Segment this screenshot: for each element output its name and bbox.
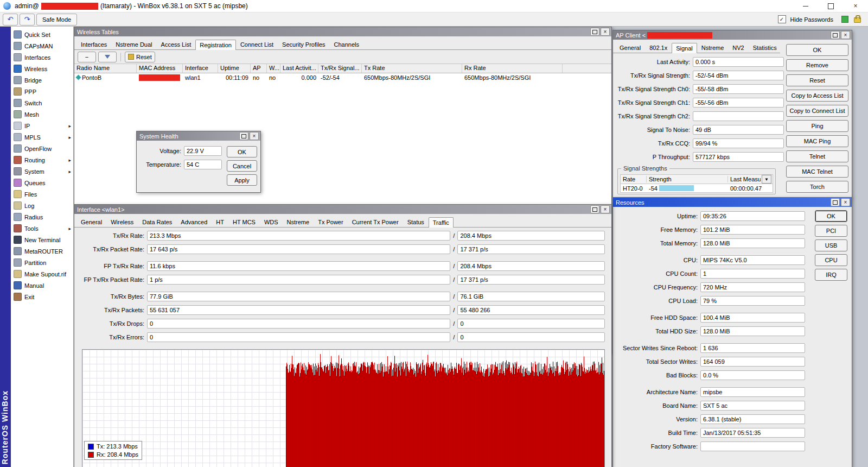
tab[interactable]: Signal: [672, 43, 697, 53]
action-button[interactable]: Torch: [786, 181, 848, 193]
maximize-icon[interactable]: [831, 31, 840, 39]
tx-value-box[interactable]: 1 p/s: [147, 275, 450, 285]
sidebar-item[interactable]: Switch: [11, 97, 73, 109]
value-box[interactable]: [693, 111, 784, 121]
sidebar-item[interactable]: Interfaces: [11, 52, 73, 63]
rx-value-box[interactable]: 208.4 Mbps: [457, 261, 605, 271]
sidebar-item[interactable]: Mesh: [11, 109, 73, 120]
action-button[interactable]: OK: [815, 210, 847, 222]
value-box[interactable]: 0.0 %: [700, 370, 805, 380]
value-box[interactable]: 99/94 %: [693, 138, 784, 148]
maximize-icon[interactable]: [590, 28, 599, 36]
temperature-value-box[interactable]: 54 C: [184, 160, 222, 169]
action-button[interactable]: Copy to Connect List: [786, 105, 848, 117]
column-header-rate[interactable]: Rate: [621, 176, 647, 182]
action-button[interactable]: Ping: [786, 120, 848, 132]
column-header[interactable]: Last Activit...: [280, 64, 318, 73]
tab[interactable]: Registration: [195, 40, 236, 50]
action-button[interactable]: MAC Ping: [786, 135, 848, 147]
column-header-last-measured[interactable]: Last Measured: [728, 176, 761, 182]
registration-table-row[interactable]: PontoB wlan1 00:11:09 no no 0.000 -52/-5…: [74, 73, 611, 81]
value-box[interactable]: 577127 kbps: [693, 152, 784, 162]
tab[interactable]: Security Profiles: [278, 39, 329, 49]
column-header[interactable]: AP: [251, 64, 267, 73]
sidebar-item[interactable]: PPP: [11, 86, 73, 97]
close-icon[interactable]: ×: [841, 31, 850, 39]
tx-value-box[interactable]: 11.6 kbps: [147, 261, 450, 271]
signal-strengths-row[interactable]: HT20-0 -54 00:00:00.47: [620, 184, 773, 193]
minimize-button[interactable]: [793, 0, 818, 12]
tx-value-box[interactable]: 77.9 GiB: [147, 292, 450, 301]
value-box[interactable]: 49 dB: [693, 125, 784, 135]
maximize-button[interactable]: [818, 0, 843, 12]
ap-client-titlebar[interactable]: AP Client < ×: [613, 30, 852, 40]
wireless-tables-titlebar[interactable]: Wireless Tables ×: [74, 27, 611, 36]
app-titlebar[interactable]: admin@ (Itamaraty) - WinBox v6.38.1 on S…: [0, 0, 868, 12]
value-box[interactable]: 0.000 s: [693, 57, 784, 67]
ok-button[interactable]: OK: [227, 146, 257, 157]
close-icon[interactable]: ×: [841, 198, 850, 206]
sidebar-item[interactable]: Radius: [11, 211, 73, 223]
action-button[interactable]: USB: [815, 239, 847, 251]
tab[interactable]: Current Tx Power: [348, 217, 403, 227]
redo-button[interactable]: ↷: [20, 14, 35, 26]
tab[interactable]: General: [615, 42, 645, 53]
tab[interactable]: Tx Power: [314, 217, 347, 227]
value-box[interactable]: 720 MHz: [700, 282, 805, 292]
action-button[interactable]: Copy to Access List: [786, 90, 848, 102]
value-box[interactable]: 1: [700, 269, 805, 279]
sidebar-item[interactable]: IP ▸: [11, 120, 73, 131]
sidebar-item[interactable]: System ▸: [11, 166, 73, 177]
action-button[interactable]: PCI: [815, 225, 847, 237]
column-header[interactable]: Rx Rate: [462, 64, 563, 73]
tab[interactable]: Traffic: [429, 217, 454, 228]
dropdown-button[interactable]: ▼: [762, 175, 771, 184]
rx-value-box[interactable]: 0: [457, 319, 605, 329]
column-header[interactable]: Uptime: [218, 64, 251, 73]
value-box[interactable]: 128.0 MiB: [700, 238, 805, 248]
column-header[interactable]: Tx Rate: [362, 64, 462, 73]
tx-value-box[interactable]: 213.3 Mbps: [147, 231, 450, 241]
rx-value-box[interactable]: 17 371 p/s: [457, 275, 605, 285]
value-box[interactable]: mipsbe: [700, 387, 805, 397]
filter-button[interactable]: [98, 52, 117, 62]
maximize-icon[interactable]: [590, 205, 599, 213]
close-icon[interactable]: ×: [250, 132, 259, 140]
apply-button[interactable]: Apply: [227, 174, 257, 186]
tx-value-box[interactable]: 17 643 p/s: [147, 244, 450, 254]
tab[interactable]: Data Rates: [138, 217, 176, 227]
tab[interactable]: Status: [403, 217, 429, 227]
sidebar-item[interactable]: Tools ▸: [11, 223, 73, 234]
interface-titlebar[interactable]: Interface <wlan1> ×: [74, 205, 611, 214]
undo-button[interactable]: ↶: [3, 14, 18, 26]
tab[interactable]: Connect List: [236, 39, 278, 49]
column-header-strength[interactable]: Strength: [647, 176, 728, 182]
value-box[interactable]: 128.0 MiB: [700, 326, 805, 336]
tab[interactable]: Nstreme Dual: [111, 39, 156, 49]
close-button[interactable]: ×: [843, 0, 868, 12]
tab[interactable]: Statistics: [749, 42, 781, 53]
action-button[interactable]: IRQ: [815, 269, 847, 281]
sidebar-item[interactable]: New Terminal: [11, 234, 73, 245]
value-box[interactable]: 101.2 MiB: [700, 225, 805, 235]
tab[interactable]: General: [76, 217, 106, 227]
rx-value-box[interactable]: 208.4 Mbps: [457, 231, 605, 241]
tab[interactable]: Interfaces: [76, 39, 111, 49]
column-header[interactable]: W...: [267, 64, 280, 73]
hide-passwords-checkbox[interactable]: ✓: [778, 15, 786, 23]
sidebar-item[interactable]: CAPsMAN: [11, 40, 73, 52]
cancel-button[interactable]: Cancel: [227, 160, 257, 172]
tab[interactable]: Advanced: [176, 217, 212, 227]
value-box[interactable]: SXT 5 ac: [700, 401, 805, 411]
tab[interactable]: NV2: [728, 42, 748, 53]
action-button[interactable]: Remove: [786, 59, 848, 71]
rx-value-box[interactable]: 76.1 GiB: [457, 292, 605, 301]
tab[interactable]: 802.1x: [645, 42, 672, 53]
value-box[interactable]: MIPS 74Kc V5.0: [700, 255, 805, 265]
action-button[interactable]: CPU: [815, 254, 847, 266]
close-icon[interactable]: ×: [601, 28, 610, 36]
value-box[interactable]: 09:35:26: [700, 211, 805, 221]
value-box[interactable]: -55/-56 dBm: [693, 98, 784, 108]
voltage-value-box[interactable]: 22.9 V: [184, 146, 222, 156]
tab[interactable]: Access List: [157, 39, 196, 49]
